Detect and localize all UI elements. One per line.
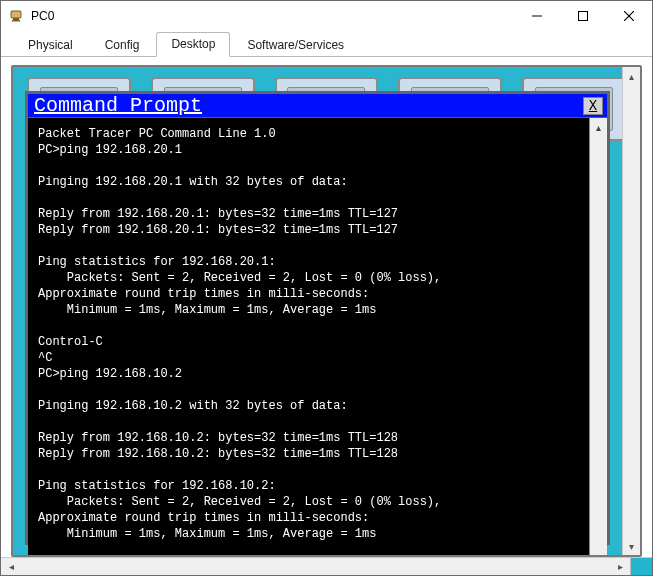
svg-rect-0 [11, 11, 21, 18]
scroll-up-icon[interactable]: ▴ [590, 118, 607, 136]
app-icon [9, 8, 25, 24]
tab-desktop[interactable]: Desktop [156, 32, 230, 57]
command-prompt-title: Command Prompt [34, 94, 583, 117]
scroll-right-icon[interactable]: ▸ [610, 558, 630, 576]
desktop-area: ▴ ▾ Command Prompt X Packet Tracer PC Co… [1, 57, 652, 557]
command-prompt-window: Command Prompt X Packet Tracer PC Comman… [25, 91, 610, 545]
command-prompt-body: Packet Tracer PC Command Line 1.0 PC>pin… [28, 118, 607, 557]
svg-rect-4 [579, 12, 588, 21]
scroll-track[interactable] [623, 85, 640, 537]
scroll-left-icon[interactable]: ◂ [1, 558, 21, 576]
minimize-button[interactable] [514, 1, 560, 31]
desktop-frame: ▴ ▾ Command Prompt X Packet Tracer PC Co… [11, 65, 642, 557]
maximize-button[interactable] [560, 1, 606, 31]
scroll-up-icon[interactable]: ▴ [623, 67, 640, 85]
svg-rect-2 [12, 20, 20, 22]
command-prompt-titlebar[interactable]: Command Prompt X [28, 94, 607, 118]
svg-rect-1 [13, 18, 19, 20]
scroll-down-icon[interactable]: ▾ [623, 537, 640, 555]
tab-config[interactable]: Config [90, 33, 155, 57]
svg-line-6 [624, 11, 634, 21]
terminal-text: Packet Tracer PC Command Line 1.0 PC>pin… [38, 126, 579, 557]
window-titlebar[interactable]: PC0 [1, 1, 652, 31]
tab-software-services[interactable]: Software/Services [232, 33, 359, 57]
command-prompt-vertical-scrollbar[interactable]: ▴ ▾ [589, 118, 607, 557]
app-window: PC0 Physical Config Desktop Software/Ser… [0, 0, 653, 576]
window-controls [514, 1, 652, 31]
command-prompt-close-button[interactable]: X [583, 97, 603, 115]
command-prompt-output[interactable]: Packet Tracer PC Command Line 1.0 PC>pin… [28, 118, 589, 557]
scroll-track[interactable] [21, 558, 610, 575]
svg-line-5 [624, 11, 634, 21]
window-title: PC0 [31, 9, 514, 23]
close-button[interactable] [606, 1, 652, 31]
horizontal-scrollbar[interactable]: ◂ ▸ [1, 557, 652, 575]
desktop-vertical-scrollbar[interactable]: ▴ ▾ [622, 67, 640, 555]
scrollbar-corner [630, 558, 652, 576]
scroll-track[interactable] [590, 136, 607, 557]
tab-physical[interactable]: Physical [13, 33, 88, 57]
tab-bar: Physical Config Desktop Software/Service… [1, 31, 652, 57]
